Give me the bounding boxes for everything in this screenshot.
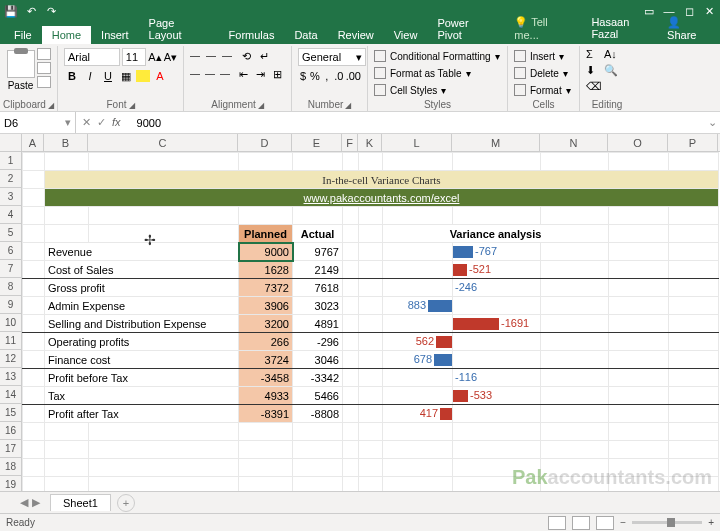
planned-cell[interactable]: -3458 <box>239 369 293 387</box>
zoom-slider[interactable] <box>632 521 702 524</box>
fill-icon[interactable]: ⬇ <box>586 64 602 78</box>
planned-cell[interactable]: 4933 <box>239 387 293 405</box>
tab-file[interactable]: File <box>4 26 42 44</box>
tab-insert[interactable]: Insert <box>91 26 139 44</box>
align-center-icon[interactable] <box>205 68 218 80</box>
actual-cell[interactable]: 4891 <box>293 315 343 333</box>
decrease-indent-icon[interactable]: ⇤ <box>236 66 251 82</box>
actual-cell[interactable]: -296 <box>293 333 343 351</box>
link-cell[interactable]: www.pakaccountants.com/excel <box>45 189 719 207</box>
planned-cell[interactable]: -8391 <box>239 405 293 423</box>
zoom-out-icon[interactable]: − <box>620 517 626 528</box>
variance-bar-left <box>383 369 453 387</box>
format-cells-button[interactable]: Format ▾ <box>514 82 573 98</box>
percent-icon[interactable]: % <box>310 68 320 84</box>
tab-home[interactable]: Home <box>42 26 91 44</box>
clear-icon[interactable]: ⌫ <box>586 80 602 94</box>
tab-page-layout[interactable]: Page Layout <box>139 14 219 44</box>
name-box[interactable]: D6▾ <box>0 112 76 133</box>
cut-icon[interactable] <box>37 48 51 60</box>
actual-cell[interactable]: 9767 <box>293 243 343 261</box>
decrease-decimal-icon[interactable]: .00 <box>346 68 361 84</box>
planned-cell[interactable]: 266 <box>239 333 293 351</box>
format-painter-icon[interactable] <box>37 76 51 88</box>
font-size-combo[interactable]: 11 <box>122 48 146 66</box>
actual-cell[interactable]: 2149 <box>293 261 343 279</box>
merge-icon[interactable]: ⊞ <box>270 66 285 82</box>
decrease-font-icon[interactable]: A▾ <box>164 49 177 65</box>
find-icon[interactable]: 🔍 <box>604 64 620 78</box>
sheet-tab-sheet1[interactable]: Sheet1 <box>50 494 111 511</box>
tab-view[interactable]: View <box>384 26 428 44</box>
insert-cells-button[interactable]: Insert ▾ <box>514 48 573 64</box>
conditional-formatting-button[interactable]: Conditional Formatting ▾ <box>374 48 501 64</box>
select-all-corner[interactable] <box>0 134 22 152</box>
actual-cell[interactable]: 7618 <box>293 279 343 297</box>
number-format-combo[interactable]: General▾ <box>298 48 366 66</box>
clipboard-icon <box>7 50 35 78</box>
enter-formula-icon[interactable]: ✓ <box>97 116 106 129</box>
paste-button[interactable]: Paste <box>6 48 35 91</box>
variance-bar-left: 883 <box>383 297 453 315</box>
actual-cell[interactable]: -8808 <box>293 405 343 423</box>
cancel-formula-icon[interactable]: ✕ <box>82 116 91 129</box>
currency-icon[interactable]: $ <box>298 68 308 84</box>
font-name-combo[interactable]: Arial <box>64 48 120 66</box>
column-headers[interactable]: ABCDEFKLMNOP <box>22 134 720 152</box>
border-icon[interactable]: ▦ <box>118 68 134 84</box>
italic-button[interactable]: I <box>82 68 98 84</box>
align-right-icon[interactable] <box>220 68 233 80</box>
increase-indent-icon[interactable]: ⇥ <box>253 66 268 82</box>
planned-cell[interactable]: 7372 <box>239 279 293 297</box>
planned-cell[interactable]: 1628 <box>239 261 293 279</box>
normal-view-icon[interactable] <box>548 516 566 530</box>
copy-icon[interactable] <box>37 62 51 74</box>
zoom-in-icon[interactable]: + <box>708 517 714 528</box>
wrap-text-icon[interactable]: ↵ <box>256 48 272 64</box>
add-sheet-button[interactable]: + <box>117 494 135 512</box>
comma-icon[interactable]: , <box>322 68 332 84</box>
worksheet-grid[interactable]: In-the-cell Variance Chartswww.pakaccoun… <box>22 152 719 495</box>
page-layout-view-icon[interactable] <box>572 516 590 530</box>
align-top-icon[interactable] <box>190 50 204 62</box>
actual-cell[interactable]: 3046 <box>293 351 343 369</box>
planned-cell[interactable]: 9000 <box>239 243 293 261</box>
planned-cell[interactable]: 3200 <box>239 315 293 333</box>
tab-review[interactable]: Review <box>328 26 384 44</box>
save-icon[interactable]: 💾 <box>4 4 18 18</box>
align-left-icon[interactable] <box>190 68 203 80</box>
actual-cell[interactable]: 5466 <box>293 387 343 405</box>
delete-cells-button[interactable]: Delete ▾ <box>514 65 573 81</box>
expand-formula-bar-icon[interactable]: ⌄ <box>704 116 720 129</box>
increase-font-icon[interactable]: A▴ <box>148 49 161 65</box>
share-button[interactable]: 👤 Share <box>667 16 712 41</box>
undo-icon[interactable]: ↶ <box>24 4 38 18</box>
tab-formulas[interactable]: Formulas <box>219 26 285 44</box>
page-break-view-icon[interactable] <box>596 516 614 530</box>
sort-icon[interactable]: A↓ <box>604 48 620 62</box>
fill-color-icon[interactable] <box>136 70 150 82</box>
format-as-table-button[interactable]: Format as Table ▾ <box>374 65 501 81</box>
cell-styles-button[interactable]: Cell Styles ▾ <box>374 82 501 98</box>
actual-cell[interactable]: 3023 <box>293 297 343 315</box>
bold-button[interactable]: B <box>64 68 80 84</box>
sheet-nav-prev-icon[interactable]: ◀ <box>20 496 28 509</box>
align-bottom-icon[interactable] <box>222 50 236 62</box>
underline-button[interactable]: U <box>100 68 116 84</box>
tab-power-pivot[interactable]: Power Pivot <box>427 14 504 44</box>
planned-cell[interactable]: 3906 <box>239 297 293 315</box>
actual-cell[interactable]: -3342 <box>293 369 343 387</box>
redo-icon[interactable]: ↷ <box>44 4 58 18</box>
font-color-icon[interactable]: A <box>152 68 168 84</box>
autosum-icon[interactable]: Σ <box>586 48 602 62</box>
sheet-nav-next-icon[interactable]: ▶ <box>32 496 40 509</box>
align-middle-icon[interactable] <box>206 50 220 62</box>
tab-data[interactable]: Data <box>284 26 327 44</box>
row-headers[interactable]: 12345678910111213141516171819 <box>0 152 22 505</box>
tell-me[interactable]: 💡 Tell me... <box>504 13 583 44</box>
formula-bar[interactable]: 9000 <box>133 117 704 129</box>
orientation-icon[interactable]: ⟲ <box>238 48 254 64</box>
fx-icon[interactable]: fx <box>112 116 121 129</box>
increase-decimal-icon[interactable]: .0 <box>334 68 344 84</box>
planned-cell[interactable]: 3724 <box>239 351 293 369</box>
